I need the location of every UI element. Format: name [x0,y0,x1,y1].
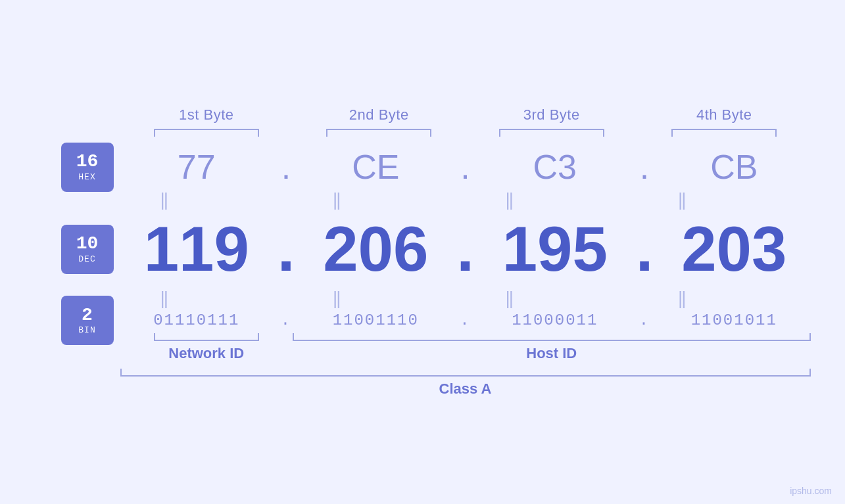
hex-val-2: CE [299,147,452,187]
byte-label-2: 2nd Byte [349,106,409,124]
host-bracket-wrapper [293,333,811,341]
bin-dot-1: . [273,311,299,329]
dec-dot-1: . [273,213,299,285]
main-container: 1st Byte 2nd Byte 3rd Byte 4th Byte 16 H… [0,0,845,504]
bin-row: 2 BIN 01110111 . 11001110 . 11000011 . [35,311,811,329]
dec-val-1: 119 [120,213,274,285]
net-bracket [154,333,259,341]
host-bracket [293,333,811,341]
eq1-1: || [78,189,251,210]
hex-badge-label: HEX [78,172,95,182]
bin-badge-num: 2 [82,306,93,326]
hex-values-row: 77 . CE . C3 . CB [120,147,811,187]
net-bracket-wrapper [120,333,293,341]
top-bracket-3 [499,129,604,137]
hex-dot-2: . [452,147,479,187]
network-id-label: Network ID [120,345,293,362]
class-label: Class A [120,380,811,398]
bin-dot-2: . [452,311,479,329]
byte-col-4: 4th Byte [638,106,811,137]
hex-row: 16 HEX 77 . CE . C3 . CB [35,147,811,187]
bin-dot-3: . [631,311,658,329]
top-bracket-2 [326,129,431,137]
dec-val-2: 206 [299,213,452,285]
bin-badge: 2 BIN [61,296,114,345]
hex-badge-num: 16 [76,152,99,172]
dec-badge-label: DEC [78,254,95,264]
equals-row-1: || || || || [78,189,768,210]
dec-val-3: 195 [479,213,632,285]
bin-val-3: 11000011 [479,311,632,329]
labels-row: Network ID Host ID [120,345,811,362]
bottom-brackets-container [120,333,811,341]
eq2-2: || [250,288,423,309]
host-id-label: Host ID [293,345,811,362]
equals-row-2: || || || || [78,288,768,309]
eq1-4: || [595,189,768,210]
byte-label-3: 3rd Byte [523,106,580,124]
class-bracket [120,369,811,377]
bin-val-2: 11001110 [299,311,452,329]
watermark: ipshu.com [790,486,832,496]
bin-values-row: 01110111 . 11001110 . 11000011 . 1100101… [120,311,811,329]
dec-row: 10 DEC 119 . 206 . 195 . 203 [35,213,811,285]
top-bracket-4 [671,129,777,137]
byte-col-3: 3rd Byte [466,106,639,137]
hex-val-4: CB [658,147,811,187]
class-row: Class A [120,369,811,398]
byte-labels-row: 1st Byte 2nd Byte 3rd Byte 4th Byte [120,106,811,137]
eq1-3: || [423,189,596,210]
dec-badge: 10 DEC [61,225,114,274]
byte-label-1: 1st Byte [179,106,233,124]
eq1-2: || [250,189,423,210]
hex-dot-3: . [631,147,658,187]
dec-badge-num: 10 [76,234,99,254]
hex-val-3: C3 [479,147,632,187]
dec-values-row: 119 . 206 . 195 . 203 [120,213,811,285]
eq2-3: || [423,288,596,309]
eq2-4: || [595,288,768,309]
byte-col-2: 2nd Byte [293,106,466,137]
dec-val-4: 203 [658,213,811,285]
top-bracket-1 [154,129,259,137]
hex-val-1: 77 [120,147,274,187]
hex-badge: 16 HEX [61,143,114,192]
hex-dot-1: . [273,147,299,187]
dec-dot-2: . [452,213,479,285]
bin-val-4: 11001011 [658,311,811,329]
byte-col-1: 1st Byte [120,106,293,137]
byte-label-4: 4th Byte [696,106,752,124]
bin-val-1: 01110111 [120,311,274,329]
bin-badge-label: BIN [78,325,95,335]
dec-dot-3: . [631,213,658,285]
